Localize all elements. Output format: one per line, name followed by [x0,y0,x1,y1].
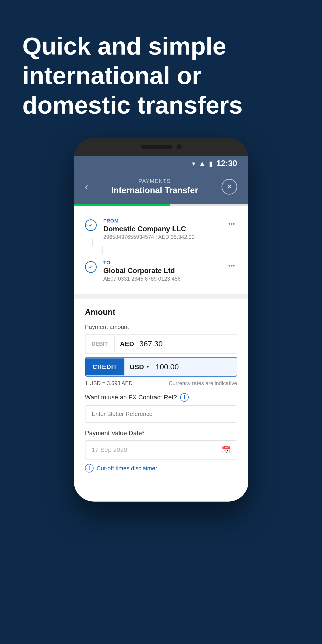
to-iban: AE07 0331 2345 6789 0123 456 [103,276,219,282]
from-info: FROM Domestic Company LLC 29658437655934… [103,218,219,240]
status-time: 12:30 [216,159,237,168]
hero-section: Quick and simple international or domest… [0,0,322,138]
from-check-icon: ✓ [85,219,97,231]
rate-indicative: Currency rates are indicative [169,380,237,386]
connector-line [102,246,103,254]
disclaimer-info-icon: i [85,464,94,472]
disclaimer-text[interactable]: Cut-off times disclaimer [97,465,157,472]
debit-tag: DEBIT [86,336,115,352]
phone-body: ▾ ▲ ▮ 12:30 ‹ PAYMENTS International Tra… [74,138,248,502]
debit-currency: AED [115,340,139,348]
to-label: TO [103,260,219,266]
back-button[interactable]: ‹ [85,182,88,192]
content-area: ✓ FROM Domestic Company LLC 296584376559… [74,206,248,490]
disclaimer-row[interactable]: i Cut-off times disclaimer [85,464,237,482]
to-info: TO Global Corporate Ltd AE07 0331 2345 6… [103,260,219,282]
from-account: 29658437655934574 | AED 35,342.00 [103,234,219,240]
date-field[interactable]: 17 Sep 2020 📅 [85,440,237,460]
signal-icon: ▲ [199,160,206,167]
rate-row: 1 USD = 3.693 AED Currency rates are ind… [85,380,237,386]
credit-tag: CREDIT [86,358,124,376]
date-value: 17 Sep 2020 [92,446,127,454]
fx-label-row: Want to use an FX Contract Ref? i [85,393,237,402]
transfer-section: ✓ FROM Domestic Company LLC 296584376559… [74,206,248,294]
payment-amount-label: Payment amount [85,324,237,330]
exchange-rate: 1 USD = 3.693 AED [85,380,133,386]
debit-value: 367.30 [139,334,237,353]
fx-info-icon[interactable]: i [180,393,189,402]
battery-icon: ▮ [209,160,213,168]
status-icons: ▾ ▲ ▮ 12:30 [192,159,237,168]
progress-bar [74,204,248,206]
credit-value[interactable]: 100.00 [156,358,237,376]
to-check-icon: ✓ [85,261,97,273]
phone-mockup: ▾ ▲ ▮ 12:30 ‹ PAYMENTS International Tra… [74,138,248,502]
amount-title: Amount [85,308,237,317]
from-label: FROM [103,218,219,224]
section-divider [74,294,248,298]
close-button[interactable]: ✕ [221,179,237,194]
date-label: Payment Value Date* [85,430,237,437]
status-bar: ▾ ▲ ▮ 12:30 [74,156,248,171]
credit-row[interactable]: CREDIT USD ▼ 100.00 [85,357,237,376]
notch-speaker [141,145,172,149]
to-name: Global Corporate Ltd [103,266,219,275]
fx-label: Want to use an FX Contract Ref? [85,394,177,401]
to-more-button[interactable]: ••• [226,260,237,272]
amount-section: Amount Payment amount DEBIT AED 367.30 C… [74,298,248,490]
debit-row: DEBIT AED 367.30 [85,334,237,354]
header-label: PAYMENTS [111,178,198,184]
progress-fill [74,204,170,206]
from-row: ✓ FROM Domestic Company LLC 296584376559… [85,213,237,246]
notch-camera [177,144,181,149]
app-header: ‹ PAYMENTS International Transfer ✕ [74,171,248,204]
header-title: International Transfer [111,186,198,195]
phone-bottom [74,490,248,502]
from-name: Domestic Company LLC [103,225,219,233]
currency-dropdown-icon[interactable]: ▼ [146,364,150,370]
from-more-button[interactable]: ••• [226,218,237,230]
phone-notch [74,138,248,156]
calendar-icon[interactable]: 📅 [221,446,230,454]
wifi-icon: ▾ [192,160,195,168]
hero-title: Quick and simple international or domest… [22,31,300,120]
credit-currency: USD ▼ [124,363,156,371]
to-row: ✓ TO Global Corporate Ltd AE07 0331 2345… [85,254,237,287]
blotter-reference-input[interactable] [85,405,237,423]
header-center: PAYMENTS International Transfer [111,178,198,195]
